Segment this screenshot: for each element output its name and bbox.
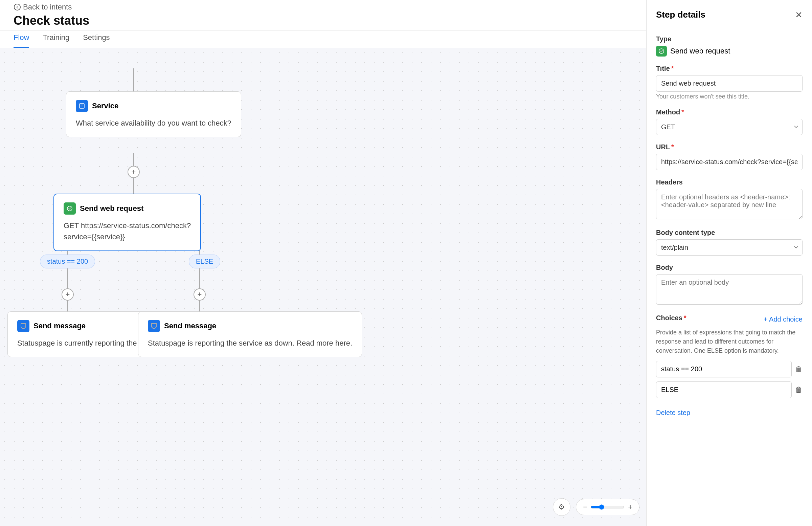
url-input[interactable] [656,154,802,170]
method-required-marker: * [681,108,684,116]
headers-label: Headers [656,179,802,186]
zoom-out-icon[interactable]: − [583,503,588,511]
add-step-button-left[interactable]: + [61,288,74,301]
choice-input-1[interactable] [656,361,792,378]
body-content-type-label: Body content type [656,229,802,237]
service-node[interactable]: Service What service availability do you… [66,91,241,137]
service-node-icon [76,100,88,112]
branch-label-else: ELSE [189,255,220,268]
send-message-right-title: Send message [164,322,216,330]
delete-choice-2-button[interactable]: 🗑 [795,385,802,394]
panel-body: Type Send web request Title * Your custo… [647,27,812,425]
title-required-marker: * [671,65,674,72]
add-choice-button[interactable]: + Add choice [764,315,802,323]
title-hint: Your customers won't see this title. [656,93,802,100]
title-input[interactable] [656,75,802,92]
web-request-node-header: Send web request [63,202,191,215]
title-label: Title * [656,65,802,72]
page-title: Check status [14,14,89,28]
url-required-marker: * [671,143,674,151]
body-field-group: Body [656,264,802,306]
add-step-button-right[interactable]: + [193,288,206,301]
body-content-type-select[interactable]: text/plain application/json application/… [656,239,802,256]
web-request-node-body: GET https://service-status.com/check?ser… [63,220,191,242]
url-label: URL * [656,143,802,151]
choices-help-text: Provide a list of expressions that going… [656,328,802,355]
delete-step-button[interactable]: Delete step [656,409,690,417]
send-message-right-icon [148,320,160,332]
url-field-group: URL * [656,143,802,170]
zoom-slider-container: − + [576,499,639,515]
title-field-group: Title * Your customers won't see this ti… [656,65,802,100]
service-node-header: Service [76,100,231,112]
type-field-group: Type Send web request [656,35,802,57]
branch-label-status: status == 200 [40,255,95,268]
type-icon [656,46,667,57]
headers-textarea[interactable] [656,189,802,219]
top-bar-left: Back to intents Check status [14,3,89,28]
method-select[interactable]: GET POST PUT DELETE PATCH [656,119,802,135]
web-request-node-icon [63,202,76,215]
choices-header: Choices * + Add choice [656,314,802,325]
type-label: Type [656,35,802,43]
send-message-right-node[interactable]: Send message Statuspage is reporting the… [138,311,362,357]
choice-row-1: 🗑 [656,361,802,378]
body-textarea[interactable] [656,274,802,304]
panel-header: Step details ✕ [647,0,812,27]
panel-title: Step details [656,10,706,20]
web-request-node[interactable]: Send web request GET https://service-sta… [54,194,201,251]
add-step-button-1[interactable]: + [128,166,140,178]
type-display: Send web request [656,46,802,57]
choices-label: Choices * [656,314,686,322]
delete-choice-1-button[interactable]: 🗑 [795,365,802,374]
tab-flow[interactable]: Flow [14,33,29,48]
choices-field-group: Choices * + Add choice Provide a list of… [656,314,802,398]
settings-control-button[interactable]: ⚙ [553,498,570,516]
step-details-panel: Step details ✕ Type Send web request Tit… [646,0,812,526]
service-node-body: What service availability do you want to… [76,117,231,129]
method-label: Method * [656,108,802,116]
choices-required-marker: * [684,314,686,322]
type-value: Send web request [670,47,730,56]
send-message-right-header: Send message [148,320,352,332]
zoom-range-input[interactable] [591,504,625,510]
method-field-group: Method * GET POST PUT DELETE PATCH [656,108,802,135]
tab-settings[interactable]: Settings [83,33,110,48]
close-panel-button[interactable]: ✕ [795,11,802,19]
send-message-left-icon [17,320,29,332]
headers-field-group: Headers [656,179,802,221]
send-message-left-title: Send message [33,322,86,330]
body-label: Body [656,264,802,271]
zoom-in-icon[interactable]: + [628,503,632,511]
body-content-type-field-group: Body content type text/plain application… [656,229,802,256]
back-to-intents-link[interactable]: Back to intents [14,3,89,12]
svg-point-1 [14,4,20,10]
back-icon [14,3,21,11]
service-node-title: Service [92,101,118,110]
web-request-node-title: Send web request [80,204,143,213]
tab-training[interactable]: Training [43,33,69,48]
flow-canvas: Service What service availability do you… [0,48,646,526]
choice-row-2: 🗑 [656,382,802,398]
send-message-right-body: Statuspage is reporting the service as d… [148,338,352,349]
bottom-controls: ⚙ − + [553,498,639,516]
choice-input-2[interactable] [656,382,792,398]
